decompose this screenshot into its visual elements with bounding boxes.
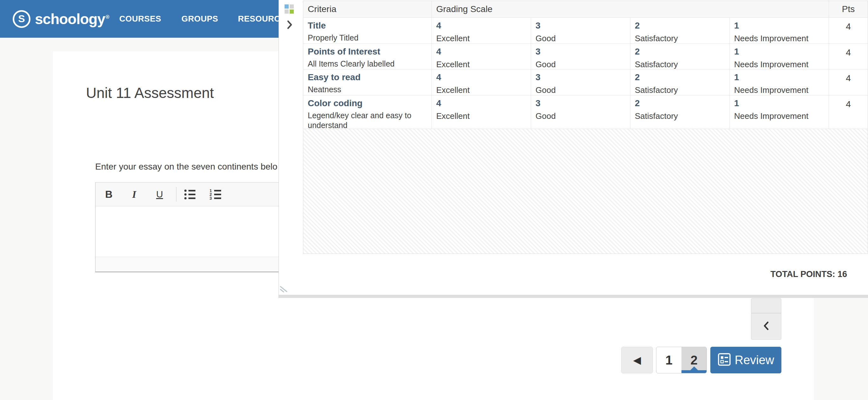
rubric-scale-cell[interactable]: 4Excellent [432, 69, 531, 95]
page-button-2[interactable]: 2 [681, 347, 707, 373]
rubric-header-grading-scale: Grading Scale [432, 1, 829, 18]
brand-name: schoology® [35, 10, 109, 28]
essay-prompt-text: Enter your essay on the seven continents… [95, 162, 277, 172]
scale-points: 2 [635, 46, 725, 57]
bullet-list-button[interactable] [181, 186, 198, 203]
scale-label: Satisfactory [635, 85, 725, 95]
rubric-scale-cell[interactable]: 3Good [531, 69, 630, 95]
page-button-1[interactable]: 1 [656, 347, 681, 373]
nav-item-groups[interactable]: GROUPS [182, 0, 218, 38]
rubric-criteria-cell[interactable]: Points of InterestAll Items Clearly labe… [303, 44, 432, 69]
rubric-table: CriteriaGrading ScalePtsTitleProperly Ti… [303, 1, 868, 254]
bold-button[interactable]: B [100, 186, 118, 203]
grid-square-gray [290, 4, 294, 8]
rubric-header-pts: Pts [829, 1, 868, 18]
scale-label: Good [535, 34, 626, 43]
scale-label: Good [535, 60, 626, 69]
scale-points: 2 [635, 21, 725, 31]
rubric-scale-cell[interactable]: 1Needs Improvement [730, 44, 829, 69]
rubric-pts-cell: 4 [829, 69, 868, 95]
chevron-left-icon [763, 321, 770, 332]
scale-points: 4 [436, 46, 526, 57]
schoology-logo[interactable]: S schoology® [13, 0, 109, 38]
scale-points: 1 [734, 46, 824, 57]
bullet-dot [184, 190, 187, 192]
app-root: S schoology® COURSESGROUPSRESOURCES Unit… [0, 0, 868, 400]
rubric-review-icon [718, 353, 731, 367]
numbered-row: 2 [209, 193, 221, 196]
numbered-list-button[interactable]: 123 [206, 186, 224, 203]
resize-handle-icon[interactable] [280, 284, 289, 294]
rubric-scale-cell[interactable]: 2Satisfactory [630, 44, 730, 69]
rubric-scale-cell[interactable]: 1Needs Improvement [730, 95, 829, 129]
previous-page-button[interactable]: ◀ [621, 347, 653, 373]
rubric-scale-cell[interactable]: 1Needs Improvement [730, 69, 829, 95]
criteria-title: Points of Interest [308, 46, 427, 57]
review-button[interactable]: Review [710, 347, 781, 373]
numbered-bar [214, 197, 221, 199]
rubric-header-criteria: Criteria [303, 1, 432, 18]
rubric-criteria-cell[interactable]: Easy to readNeatness [303, 69, 432, 95]
scale-points: 1 [734, 21, 824, 31]
numbered-digit: 2 [209, 193, 212, 196]
rubric-scale-cell[interactable]: 4Excellent [432, 44, 531, 69]
schoology-s-icon: S [13, 10, 30, 28]
page-number-group: 12 [656, 347, 707, 373]
italic-button[interactable]: I [125, 186, 143, 203]
page-number-label: 1 [665, 353, 672, 367]
bullet-bar [188, 190, 195, 192]
nav-item-courses[interactable]: COURSES [119, 0, 161, 38]
panel-bottom-shadow [279, 295, 868, 298]
rubric-scale-cell[interactable]: 3Good [531, 18, 630, 44]
numbered-row: 1 [209, 190, 221, 192]
rubric-criteria-cell[interactable]: TitleProperly Titled [303, 18, 432, 44]
rubric-scale-cell[interactable]: 4Excellent [432, 18, 531, 44]
numbered-row: 3 [209, 197, 221, 199]
rubric-criteria-cell[interactable]: Color codingLegend/key clear and easy to… [303, 95, 432, 129]
rubric-scale-cell[interactable]: 3Good [531, 95, 630, 129]
scale-points: 2 [635, 72, 725, 82]
registered-mark: ® [106, 14, 109, 20]
grid-square-green [290, 9, 294, 13]
rubric-scale-cell[interactable]: 3Good [531, 44, 630, 69]
drag-grid-icon[interactable] [285, 4, 294, 14]
rubric-pts-cell: 4 [829, 95, 868, 129]
scale-label: Needs Improvement [734, 85, 824, 95]
rubric-scale-cell[interactable]: 4Excellent [432, 95, 531, 129]
rubric-pts-cell: 4 [829, 44, 868, 69]
collapse-rubric-button[interactable] [286, 20, 293, 31]
scale-points: 3 [535, 98, 626, 108]
active-page-underline [681, 370, 707, 373]
bullet-dot [184, 193, 187, 196]
page-number-label: 2 [690, 353, 697, 367]
sidebar-expand-button[interactable] [751, 313, 781, 340]
scale-points: 4 [436, 98, 526, 108]
bullet-row [184, 190, 195, 192]
bullet-dot [184, 197, 187, 199]
rubric-scale-cell[interactable]: 2Satisfactory [630, 18, 730, 44]
rubric-scale-cell[interactable]: 1Needs Improvement [730, 18, 829, 44]
scale-points: 4 [436, 72, 526, 82]
criteria-description: Legend/key clear and easy to understand [308, 111, 427, 129]
scale-label: Excellent [436, 85, 526, 95]
scale-label: Excellent [436, 111, 526, 121]
scale-label: Satisfactory [635, 60, 725, 69]
sidebar-toggle-panel [751, 298, 781, 313]
rubric-scale-cell[interactable]: 2Satisfactory [630, 69, 730, 95]
bullet-bar [188, 197, 195, 199]
scale-label: Excellent [436, 34, 526, 43]
grid-square-blue [285, 4, 289, 8]
total-points-label: TOTAL POINTS: 16 [770, 269, 847, 279]
scale-label: Satisfactory [635, 34, 725, 43]
scale-label: Good [535, 85, 626, 95]
review-button-label: Review [735, 354, 774, 367]
numbered-digit: 1 [209, 190, 212, 192]
scale-points: 3 [535, 21, 626, 31]
underline-button[interactable]: U [151, 186, 168, 203]
rubric-scale-cell[interactable]: 2Satisfactory [630, 95, 730, 129]
page-title: Unit 11 Assessment [86, 84, 214, 101]
scale-label: Needs Improvement [734, 111, 824, 121]
rubric-panel: CriteriaGrading ScalePtsTitleProperly Ti… [279, 0, 868, 298]
bullet-row [184, 193, 195, 196]
numbered-list-icon: 123 [209, 190, 221, 199]
